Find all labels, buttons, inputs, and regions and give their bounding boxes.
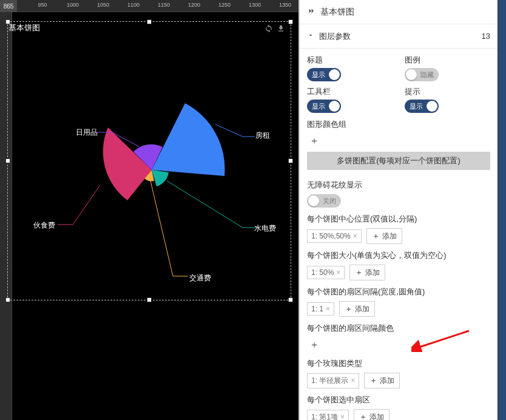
ruler-tick-label: 1200 bbox=[188, 2, 200, 8]
tooltip-toggle[interactable]: 显示 bbox=[405, 100, 439, 113]
svg-line-2 bbox=[167, 181, 243, 228]
collapse-icon[interactable] bbox=[307, 7, 315, 17]
layer-params-row[interactable]: 图层参数 13 bbox=[300, 24, 498, 49]
svg-line-0 bbox=[215, 124, 243, 137]
gap-tag[interactable]: 1: 1× bbox=[307, 302, 334, 316]
ruler-horizontal: 950 1000 1050 1100 1150 1200 1250 1300 1… bbox=[0, 0, 299, 12]
chart-label-food: 伙食费 bbox=[33, 220, 55, 231]
close-icon[interactable]: × bbox=[336, 268, 340, 277]
resize-handle[interactable] bbox=[5, 158, 10, 163]
accessible-toggle[interactable]: 关闭 bbox=[307, 194, 341, 208]
resize-handle[interactable] bbox=[288, 19, 293, 24]
canvas-area: 865 950 1000 1050 1100 1150 1200 1250 13… bbox=[0, 0, 299, 420]
chart-label-daily: 日用品 bbox=[76, 127, 98, 138]
ruler-tick-label: 950 bbox=[38, 2, 47, 8]
add-size-button[interactable]: ＋添加 bbox=[349, 265, 385, 280]
resize-handle[interactable] bbox=[288, 297, 293, 302]
add-gap-button[interactable]: ＋添加 bbox=[339, 301, 375, 317]
accessible-label: 无障碍花纹显示 bbox=[307, 180, 490, 191]
right-dock-bar[interactable] bbox=[498, 0, 506, 420]
resize-handle[interactable] bbox=[147, 19, 152, 24]
ruler-tick-label: 1350 bbox=[279, 2, 291, 8]
toolbar-toggle[interactable]: 显示 bbox=[307, 100, 341, 113]
svg-line-6 bbox=[73, 185, 100, 225]
properties-panel: 基本饼图 图层参数 13 标题 显示 图例 隐藏 工具栏 显示 提示 bbox=[299, 0, 498, 420]
gap-color-label: 每个饼图的扇区间隔颜色 bbox=[307, 323, 490, 334]
color-group-label: 图形颜色组 bbox=[307, 119, 490, 130]
rose-type-tag[interactable]: 1: 半径展示× bbox=[307, 373, 359, 388]
selected-tag[interactable]: 1: 第1项× bbox=[307, 410, 349, 421]
chart-label-rent: 房租 bbox=[255, 130, 270, 141]
layer-params-label: 图层参数 bbox=[319, 31, 351, 42]
ruler-tick-label: 1250 bbox=[218, 2, 231, 8]
ruler-tick-label: 1300 bbox=[249, 2, 261, 8]
ruler-tick-label: 1050 bbox=[97, 2, 109, 8]
resize-handle[interactable] bbox=[5, 19, 10, 24]
svg-line-4 bbox=[150, 181, 173, 276]
resize-handle[interactable] bbox=[147, 297, 152, 302]
title-label: 标题 bbox=[307, 55, 393, 66]
ruler-coord-box: 865 bbox=[0, 0, 17, 12]
rose-pie-chart: 房租 水电费 交通费 伙食费 日用品 bbox=[36, 61, 267, 279]
ruler-tick-label: 1100 bbox=[127, 2, 140, 8]
legend-toggle[interactable]: 隐藏 bbox=[405, 68, 439, 81]
chevron-down-icon[interactable] bbox=[307, 32, 314, 41]
close-icon[interactable]: × bbox=[351, 376, 355, 385]
add-gap-color-button[interactable]: ＋ bbox=[307, 337, 322, 352]
add-selected-button[interactable]: ＋添加 bbox=[354, 409, 390, 420]
chart-label-utilities: 水电费 bbox=[254, 223, 276, 234]
toolbar-label: 工具栏 bbox=[307, 86, 393, 97]
title-toggle[interactable]: 显示 bbox=[307, 68, 341, 81]
chart-label-transport: 交通费 bbox=[189, 273, 211, 283]
size-tag[interactable]: 1: 50%× bbox=[307, 266, 345, 279]
close-icon[interactable]: × bbox=[340, 413, 345, 420]
ruler-tick-label: 1150 bbox=[158, 2, 170, 8]
resize-handle[interactable] bbox=[5, 297, 10, 302]
size-label: 每个饼图大小(单值为实心，双值为空心) bbox=[307, 250, 490, 261]
param-body: 标题 显示 图例 隐藏 工具栏 显示 提示 显示 图形颜色组 ＋ 多饼图配置(每… bbox=[300, 49, 498, 420]
add-center-button[interactable]: ＋添加 bbox=[366, 228, 402, 244]
center-tag[interactable]: 1: 50%,50%× bbox=[307, 229, 362, 243]
tooltip-label: 提示 bbox=[405, 86, 490, 97]
panel-header[interactable]: 基本饼图 bbox=[300, 0, 498, 24]
gap-label: 每个饼图的扇区间隔(宽度,圆角值) bbox=[307, 286, 490, 297]
multi-pie-config-button[interactable]: 多饼图配置(每项对应一个饼图配置) bbox=[307, 152, 490, 170]
center-pos-label: 每个饼图中心位置(双值以,分隔) bbox=[307, 214, 490, 225]
close-icon[interactable]: × bbox=[353, 232, 357, 240]
layer-params-count: 13 bbox=[482, 32, 490, 41]
ruler-tick-label: 1000 bbox=[67, 2, 79, 8]
add-rose-type-button[interactable]: ＋添加 bbox=[364, 373, 400, 388]
add-color-button[interactable]: ＋ bbox=[307, 134, 322, 148]
selected-sector-label: 每个饼图选中扇区 bbox=[307, 395, 490, 405]
resize-handle[interactable] bbox=[288, 158, 293, 163]
rose-type-label: 每个玫瑰图类型 bbox=[307, 358, 490, 369]
close-icon[interactable]: × bbox=[326, 305, 330, 313]
panel-title: 基本饼图 bbox=[320, 7, 354, 18]
legend-label: 图例 bbox=[405, 55, 490, 66]
